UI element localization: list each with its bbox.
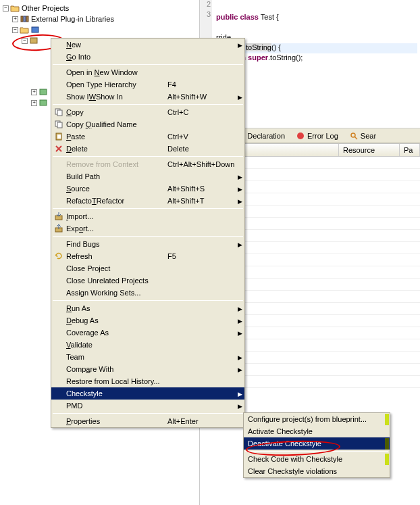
menu-item-compare-with[interactable]: Compare With▶ — [51, 363, 244, 375]
menu-item-checkstyle[interactable]: Checkstyle▶ — [51, 387, 244, 400]
menu-item-restore-from-local-history[interactable]: Restore from Local History... — [51, 375, 244, 387]
error-icon — [296, 131, 305, 141]
delete-icon — [54, 144, 63, 153]
menu-item-import[interactable]: Import... — [51, 210, 244, 222]
menu-item-close-project[interactable]: Close Project — [51, 262, 244, 274]
menu-separator — [53, 413, 243, 414]
menu-item-new[interactable]: New▶ — [51, 39, 244, 51]
collapse-icon[interactable]: − — [12, 27, 18, 33]
package-icon — [29, 37, 38, 45]
menu-label: Remove from Context — [66, 160, 167, 168]
menu-shortcut: F5 — [167, 252, 235, 260]
submenu-label: Configure project(s) from blueprint... — [248, 415, 367, 423]
menu-item-open-type-hierarchy[interactable]: Open Type HierarchyF4 — [51, 78, 244, 91]
menu-separator — [53, 208, 243, 209]
col-resource[interactable]: Resource — [339, 144, 400, 156]
menu-label: Paste — [66, 133, 167, 141]
menu-item-build-path[interactable]: Build Path▶ — [51, 170, 244, 183]
menu-item-paste[interactable]: PasteCtrl+V — [51, 130, 244, 143]
svg-rect-6 — [40, 100, 47, 105]
menu-label: Copy — [66, 108, 167, 116]
submenu-label: Check Code with Checkstyle — [248, 455, 342, 463]
project-icon — [20, 26, 29, 34]
menu-item-refresh[interactable]: RefreshF5 — [51, 250, 244, 262]
tree-label: External Plug-in Libraries — [31, 15, 114, 23]
menu-label: Build Path — [66, 172, 167, 181]
menu-separator — [53, 300, 243, 301]
menu-label: Assign Working Sets... — [66, 289, 167, 297]
menu-item-refactor[interactable]: RefactoTRefactorAlt+Shift+T▶ — [51, 195, 244, 207]
menu-item-source[interactable]: SourceAlt+Shift+S▶ — [51, 183, 244, 195]
menu-item-show-in[interactable]: Show IWShow InAlt+Shift+W▶ — [51, 91, 244, 103]
highlight-marker — [385, 414, 389, 425]
submenu-arrow-icon: ▶ — [238, 198, 242, 205]
menu-label: Open Type Hierarchy — [66, 80, 167, 89]
svg-rect-12 — [57, 110, 62, 116]
submenu-arrow-icon: ▶ — [238, 330, 242, 337]
menu-item-find-bugs[interactable]: Find Bugs▶ — [51, 238, 244, 250]
menu-shortcut: Ctrl+Alt+Shift+Down — [167, 160, 235, 168]
menu-item-debug-as[interactable]: Debug As▶ — [51, 314, 244, 327]
menu-label: Run As — [66, 304, 167, 312]
menu-label: Import... — [66, 212, 167, 220]
svg-rect-5 — [40, 89, 47, 95]
menu-item-assign-working-sets[interactable]: Assign Working Sets... — [51, 287, 244, 299]
tab-search[interactable]: Sear — [346, 130, 379, 142]
menu-label: Close Unrelated Projects — [66, 276, 167, 285]
menu-item-copy-qualified-name[interactable]: Copy Qualified Name — [51, 118, 244, 130]
expand-icon[interactable]: + — [12, 16, 18, 22]
menu-label: RefactoTRefactor — [66, 197, 167, 205]
submenu-item-check-code-with-checkstyle[interactable]: Check Code with Checkstyle — [244, 453, 390, 465]
expand-icon[interactable]: + — [31, 100, 37, 106]
menu-separator — [53, 236, 243, 237]
submenu-item-activate-checkstyle[interactable]: Activate Checkstyle — [244, 425, 390, 437]
svg-rect-14 — [57, 122, 62, 128]
collapse-icon[interactable]: − — [22, 38, 28, 44]
menu-shortcut: Alt+Shift+W — [167, 93, 235, 101]
submenu-item-configure-project-s-from-blueprint[interactable]: Configure project(s) from blueprint... — [244, 413, 390, 425]
menu-item-validate[interactable]: Validate — [51, 339, 244, 351]
tab-error-log[interactable]: Error Log — [293, 130, 341, 142]
menu-label: Open in New Window — [66, 68, 167, 76]
menu-separator — [53, 64, 243, 65]
tree-root[interactable]: − Other Projects — [0, 3, 199, 14]
submenu-label: Deactivate Checkstyle — [248, 439, 321, 448]
tree-item[interactable]: + External Plug-in Libraries — [0, 14, 199, 24]
menu-item-team[interactable]: Team▶ — [51, 351, 244, 363]
svg-rect-0 — [21, 16, 23, 22]
menu-label: Checkstyle — [66, 389, 167, 398]
submenu-arrow-icon: ▶ — [238, 318, 242, 324]
expand-icon[interactable]: + — [31, 89, 37, 95]
library-icon — [20, 15, 29, 23]
menu-label: Source — [66, 185, 167, 193]
menu-item-pmd[interactable]: PMD▶ — [51, 400, 244, 412]
menu-item-go-into[interactable]: Go Into — [51, 51, 244, 63]
menu-label: Close Project — [66, 264, 167, 272]
menu-item-delete[interactable]: DeleteDelete — [51, 143, 244, 155]
tree-item-selected[interactable]: − — [0, 24, 199, 35]
menu-item-coverage-as[interactable]: Coverage As▶ — [51, 327, 244, 339]
menu-label: Validate — [66, 341, 167, 349]
submenu-item-clear-checkstyle-violations[interactable]: Clear Checkstyle violations — [244, 465, 390, 477]
submenu-arrow-icon: ▶ — [238, 306, 242, 312]
menu-item-open-in-new-window[interactable]: Open in New Window — [51, 66, 244, 78]
menu-label: Debug As — [66, 316, 167, 324]
keyword: public — [216, 13, 238, 21]
col-path[interactable]: Pa — [400, 144, 420, 156]
collapse-icon[interactable]: − — [3, 5, 9, 11]
menu-separator — [53, 156, 243, 157]
menu-item-close-unrelated-projects[interactable]: Close Unrelated Projects — [51, 274, 244, 287]
menu-shortcut: Ctrl+C — [167, 108, 235, 116]
submenu-item-deactivate-checkstyle[interactable]: Deactivate Checkstyle — [244, 437, 390, 450]
menu-label: Go Into — [66, 53, 167, 61]
menu-item-run-as[interactable]: Run As▶ — [51, 302, 244, 314]
menu-item-copy[interactable]: CopyCtrl+C — [51, 106, 244, 118]
folder-icon — [10, 4, 20, 12]
menu-label: Export... — [66, 224, 167, 233]
menu-label: Refresh — [66, 252, 167, 260]
svg-rect-16 — [57, 135, 61, 139]
submenu-label: Activate Checkstyle — [248, 427, 313, 435]
menu-item-export[interactable]: Export... — [51, 222, 244, 235]
menu-label: Properties — [66, 417, 167, 425]
menu-item-properties[interactable]: PropertiesAlt+Enter — [51, 415, 244, 427]
